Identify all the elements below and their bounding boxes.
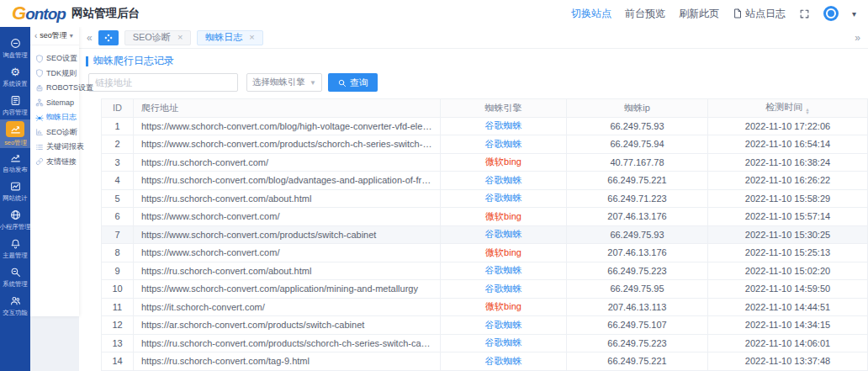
cell-ip: 66.249.75.93 xyxy=(567,225,708,244)
main-content: 蜘蛛爬行日志记录 选择蜘蛛引擎 ▼ 查询 ID爬行地址蜘蛛引擎蜘蛛ip检测时间▲… xyxy=(79,49,868,371)
tab[interactable]: 蜘蛛日志× xyxy=(197,30,262,45)
cell-url: https://www.schorch-convert.com/products… xyxy=(134,225,441,244)
cell-id: 7 xyxy=(102,225,134,244)
table-row: 6https://www.schorch-convert.com/微软bing2… xyxy=(102,208,868,226)
column-header: 蜘蛛引擎 xyxy=(441,99,567,118)
app-logo: Gontop xyxy=(12,4,66,23)
submenu-item[interactable]: 友情链接 xyxy=(30,155,79,170)
header-actions: 切换站点前台预览刷新此页站点日志▾ xyxy=(571,6,856,21)
table-row: 11https://it.schorch-convert.com/微软bing2… xyxy=(102,298,868,316)
secondary-sidebar: ‹ seo管理 ▾ SEO设置TDK规则ROBOTS设置Sitemap蜘蛛日志S… xyxy=(30,27,79,316)
sidebar-item-chat[interactable]: 询盘管理 xyxy=(0,34,30,62)
header-action-label: 前台预览 xyxy=(625,7,665,21)
tab-home[interactable] xyxy=(98,30,119,45)
sidebar-item-system[interactable]: 系统管理 xyxy=(0,262,30,291)
submenu-item[interactable]: 关键词报表 xyxy=(30,140,79,155)
cell-engine: 谷歌蜘蛛 xyxy=(441,172,567,190)
cell-url: https://ru.schorch-convert.com/about.htm… xyxy=(134,262,441,280)
table-row: 8https://www.schorch-convert.com/微软bing2… xyxy=(102,244,868,262)
submenu-item[interactable]: 蜘蛛日志 xyxy=(30,110,79,125)
sidebar-item-interact[interactable]: 交互功能 xyxy=(0,291,30,320)
cell-id: 12 xyxy=(102,316,134,335)
robot-icon xyxy=(35,84,44,93)
sidebar-item-publish[interactable]: 自动发布 xyxy=(0,148,30,177)
cell-ip: 66.249.75.93 xyxy=(567,117,708,135)
cell-engine: 微软bing xyxy=(441,298,567,316)
cell-url: https://www.schorch-convert.com/blog/hig… xyxy=(134,117,441,135)
cell-id: 2 xyxy=(102,135,134,154)
cell-engine: 谷歌蜘蛛 xyxy=(441,280,567,299)
cell-ip: 66.249.75.221 xyxy=(567,172,708,190)
sitemap-icon xyxy=(35,98,44,107)
header-action[interactable]: 站点日志 xyxy=(733,7,786,21)
secondary-sidebar-header[interactable]: ‹ seo管理 ▾ xyxy=(30,27,79,45)
chevron-down-icon: ▾ xyxy=(70,32,73,40)
submenu-item-label: Sitemap xyxy=(46,98,74,107)
cell-url: https://ar.schorch-convert.com/products/… xyxy=(134,316,441,335)
shield-icon xyxy=(35,55,44,63)
user-menu-caret-icon[interactable]: ▾ xyxy=(852,9,856,19)
cell-url: https://ru.schorch-convert.com/blog/adva… xyxy=(134,172,441,190)
header-action[interactable]: 切换站点 xyxy=(571,7,611,21)
cell-engine: 谷歌蜘蛛 xyxy=(441,352,567,371)
cell-url: https://ru.schorch-convert.com/tag-9.htm… xyxy=(134,352,441,371)
cell-url: https://www.schorch-convert.com/ xyxy=(134,244,441,262)
column-header: ID xyxy=(102,99,134,118)
submenu-item[interactable]: Sitemap xyxy=(30,96,79,111)
column-header[interactable]: 检测时间▲▼ xyxy=(708,99,868,118)
sidebar-item-miniprogram[interactable]: 小程序管理 xyxy=(0,205,30,234)
submenu-item[interactable]: TDK规则 xyxy=(30,66,79,82)
miniprogram-icon xyxy=(8,208,22,221)
submenu-item-label: 蜘蛛日志 xyxy=(46,112,77,123)
primary-sidebar: 询盘管理⚙系统设置内容管理seo管理自动发布网站统计小程序管理主题管理系统管理交… xyxy=(0,27,30,371)
submenu-item[interactable]: SEO设置 xyxy=(30,51,79,66)
cell-ip: 207.46.13.113 xyxy=(567,298,708,316)
submenu-item-label: SEO诊断 xyxy=(46,127,77,138)
cell-time: 2022-11-10 14:59:50 xyxy=(708,280,868,299)
submenu-item[interactable]: SEO诊断 xyxy=(30,125,79,140)
close-icon[interactable]: × xyxy=(177,33,183,42)
cell-ip: 66.249.75.221 xyxy=(567,352,708,371)
sort-icons[interactable]: ▲▼ xyxy=(805,108,809,115)
cell-url: https://it.schorch-convert.com/ xyxy=(134,298,441,316)
sidebar-item-stats[interactable]: 网站统计 xyxy=(0,177,30,205)
sidebar-item-theme[interactable]: 主题管理 xyxy=(0,234,30,262)
back-arrow-icon[interactable]: ‹ xyxy=(34,31,37,40)
column-header: 蜘蛛ip xyxy=(567,99,708,118)
table-row: 2https://www.schorch-convert.com/product… xyxy=(102,135,868,154)
cell-time: 2022-11-10 15:57:14 xyxy=(708,208,868,226)
header-action-label: 站点日志 xyxy=(745,7,786,21)
tabs-scroll-right-icon[interactable]: » xyxy=(855,33,860,43)
spider-engine-select[interactable]: 选择蜘蛛引擎 ▼ xyxy=(246,73,322,92)
chat-icon xyxy=(8,36,22,50)
sidebar-item-seo[interactable]: seo管理 xyxy=(0,119,30,148)
interact-icon xyxy=(8,294,22,307)
header-action[interactable]: 前台预览 xyxy=(625,7,665,21)
spider-icon xyxy=(35,114,44,122)
sidebar-item-gear[interactable]: ⚙系统设置 xyxy=(0,62,30,91)
system-icon xyxy=(8,265,22,278)
cell-time: 2022-11-10 14:34:15 xyxy=(708,316,868,335)
cell-url: https://www.schorch-convert.com/ xyxy=(134,208,441,226)
fullscreen-icon[interactable] xyxy=(799,8,810,19)
close-icon[interactable]: × xyxy=(249,33,254,42)
tabs-scroll-left-icon[interactable]: « xyxy=(87,33,93,43)
header-action[interactable]: 刷新此页 xyxy=(679,7,719,21)
tab[interactable]: SEO诊断× xyxy=(124,30,192,45)
table-row: 14https://ru.schorch-convert.com/tag-9.h… xyxy=(102,352,868,371)
sidebar-item-content[interactable]: 内容管理 xyxy=(0,91,30,119)
cell-engine: 谷歌蜘蛛 xyxy=(441,262,567,280)
sidebar-item-label: 自动发布 xyxy=(3,165,27,173)
dashboard-icon xyxy=(104,34,113,42)
gear-icon: ⚙ xyxy=(8,65,22,78)
sidebar-item-label: 询盘管理 xyxy=(3,50,27,59)
user-avatar[interactable] xyxy=(823,6,839,21)
cell-ip: 66.249.75.94 xyxy=(567,135,708,154)
submenu-item[interactable]: ROBOTS设置 xyxy=(30,81,79,96)
sidebar-item-label: 交互功能 xyxy=(3,308,27,316)
cell-engine: 谷歌蜘蛛 xyxy=(441,316,567,335)
chevron-down-icon: ▼ xyxy=(310,79,316,87)
cell-id: 14 xyxy=(102,352,134,371)
url-search-input[interactable] xyxy=(88,73,238,92)
search-button[interactable]: 查询 xyxy=(328,73,378,92)
